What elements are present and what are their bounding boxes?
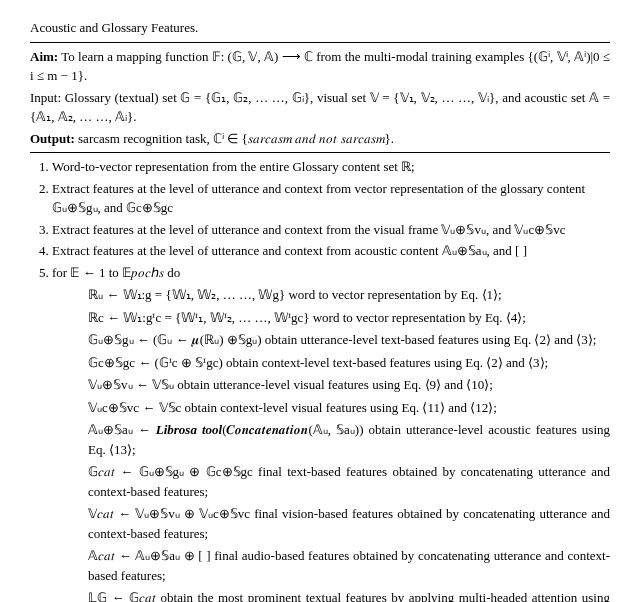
l7-tool: Librosa tool — [156, 422, 222, 437]
loop-line-8: 𝔾𝑐𝑎𝑡 ← 𝔾ᵤ⊕𝕊gᵤ ⊕ 𝔾c⊕𝕊gc final text-based … — [88, 462, 610, 501]
loop-line-2: ℝc ← 𝕎₁:gᶦc = {𝕎ᶦ₁, 𝕎ᶦ₂, … …, 𝕎ᶦgc} word… — [88, 308, 610, 328]
aim-text: To learn a mapping function 𝔽: (𝔾, 𝕍, 𝔸)… — [30, 49, 610, 84]
algorithm-header: Acoustic and Glossary Features. Aim: To … — [30, 18, 610, 153]
loop-line-4: 𝔾c⊕𝕊gc ← (𝔾ᶦc ⊕ 𝕊ᶦgc) obtain context-lev… — [88, 353, 610, 373]
l7-pre: 𝔸ᵤ⊕𝕊aᵤ ← — [88, 422, 156, 437]
loop-line-10: 𝔸𝑐𝑎𝑡 ← 𝔸ᵤ⊕𝕊aᵤ ⊕ [ ] final audio-based fe… — [88, 546, 610, 585]
aim-line: Aim: To learn a mapping function 𝔽: (𝔾, … — [30, 47, 610, 86]
output-label: Output: — [30, 131, 75, 146]
output-line: Output: sarcasm recognition task, ℂⁱ ∈ {… — [30, 129, 610, 149]
step-5: for 𝔼 ← 1 to 𝔼𝑝𝑜𝑐ℎ𝑠 do ℝᵤ ← 𝕎₁:g = {𝕎₁, … — [52, 263, 610, 603]
loop-line-1: ℝᵤ ← 𝕎₁:g = {𝕎₁, 𝕎₂, … …, 𝕎g} word to ve… — [88, 285, 610, 305]
input-text: Glossary (textual) set 𝔾 = {𝔾₁, 𝔾₂, … …,… — [30, 90, 610, 125]
input-line: Input: Glossary (textual) set 𝔾 = {𝔾₁, 𝔾… — [30, 88, 610, 127]
loop-line-3: 𝔾ᵤ⊕𝕊gᵤ ← (𝔾ᵤ ← 𝝁(ℝᵤ) ⊕𝕊gᵤ) obtain uttera… — [88, 330, 610, 350]
loop-line-11: 𝕃𝔾 ← 𝔾𝑐𝑎𝑡 obtain the most prominent text… — [88, 588, 610, 602]
step-2: Extract features at the level of utteran… — [52, 179, 610, 218]
loop-line-7: 𝔸ᵤ⊕𝕊aᵤ ← Librosa tool(𝑪𝒐𝒏𝒄𝒂𝒕𝒆𝒏𝒂𝒕𝒊𝒐𝒏(𝔸ᵤ, … — [88, 420, 610, 459]
algorithm-title: Acoustic and Glossary Features. — [30, 18, 610, 38]
loop-line-9: 𝕍𝑐𝑎𝑡 ← 𝕍ᵤ⊕𝕊vᵤ ⊕ 𝕍ᵤc⊕𝕊vc final vision-bas… — [88, 504, 610, 543]
l7-args: (𝑪𝒐𝒏𝒄𝒂𝒕𝒆𝒏𝒂𝒕𝒊𝒐𝒏(𝔸ᵤ, 𝕊aᵤ)) — [222, 422, 363, 437]
step-5-head: for 𝔼 ← 1 to 𝔼𝑝𝑜𝑐ℎ𝑠 do — [52, 265, 180, 280]
step-4: Extract features at the level of utteran… — [52, 241, 610, 261]
loop-body: ℝᵤ ← 𝕎₁:g = {𝕎₁, 𝕎₂, … …, 𝕎g} word to ve… — [88, 285, 610, 602]
output-text: sarcasm recognition task, ℂⁱ ∈ {𝑠𝑎𝑟𝑐𝑎𝑠𝑚 … — [78, 131, 394, 146]
rule-mid — [30, 152, 610, 153]
rule-top — [30, 42, 610, 43]
loop-line-6: 𝕍ᵤc⊕𝕊vc ← 𝕍𝕊c obtain context-level visua… — [88, 398, 610, 418]
loop-line-5: 𝕍ᵤ⊕𝕊vᵤ ← 𝕍𝕊ᵤ obtain utterance-level visu… — [88, 375, 610, 395]
step-3: Extract features at the level of utteran… — [52, 220, 610, 240]
step-1: Word-to-vector representation from the e… — [52, 157, 610, 177]
algorithm-steps: Word-to-vector representation from the e… — [52, 157, 610, 602]
